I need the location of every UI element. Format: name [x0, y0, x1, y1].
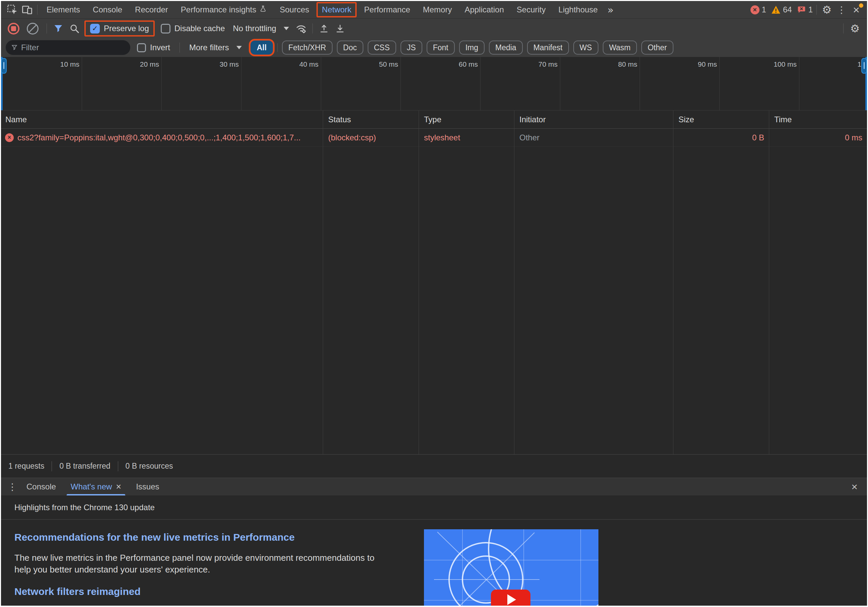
- filter-chip-css[interactable]: CSS: [368, 40, 396, 54]
- warning-count-badge[interactable]: 64: [770, 5, 793, 14]
- tab-label: Lighthouse: [559, 5, 598, 14]
- timeline-tick: 50 ms: [321, 57, 401, 110]
- export-har-icon[interactable]: [333, 21, 347, 36]
- youtube-play-icon[interactable]: [491, 590, 530, 605]
- timeline-left-handle[interactable]: [1, 58, 7, 74]
- tab-lighthouse[interactable]: Lighthouse: [552, 1, 604, 19]
- tab-application[interactable]: Application: [458, 1, 510, 19]
- more-filters-label: More filters: [189, 43, 229, 52]
- tab-label: Application: [465, 5, 504, 14]
- inspect-element-icon[interactable]: [5, 2, 20, 17]
- tab-label: Console: [93, 5, 122, 14]
- tab-security[interactable]: Security: [510, 1, 552, 19]
- drawer-kebab-menu-icon[interactable]: ⋮: [6, 481, 19, 492]
- request-name: css2?family=Poppins:ital,wght@0,300;0,40…: [17, 133, 301, 142]
- clear-network-log-button[interactable]: [27, 23, 39, 34]
- divider: [843, 23, 843, 34]
- filter-chip-fetch-xhr[interactable]: Fetch/XHR: [282, 40, 332, 54]
- filter-funnel-icon[interactable]: [51, 21, 66, 36]
- tab-network[interactable]: Network: [316, 2, 356, 17]
- request-name-cell: ×css2?family=Poppins:ital,wght@0,300;0,4…: [1, 133, 323, 142]
- tab-console[interactable]: Console: [87, 1, 129, 19]
- whats-new-header: Highlights from the Chrome 130 update: [14, 503, 155, 512]
- tab-memory[interactable]: Memory: [417, 1, 459, 19]
- filter-chip-wasm[interactable]: Wasm: [603, 40, 637, 54]
- drawer-tab-issues[interactable]: Issues: [129, 478, 166, 495]
- chevron-down-icon: [284, 27, 289, 30]
- drawer-tab-label: Console: [26, 482, 56, 491]
- close-tab-icon[interactable]: ×: [116, 482, 121, 492]
- tick-label: 90 ms: [698, 60, 717, 68]
- column-header-size[interactable]: Size: [673, 115, 769, 124]
- device-toolbar-icon[interactable]: [20, 2, 34, 17]
- kebab-menu-icon[interactable]: ⋮: [834, 2, 849, 17]
- filter-chip-font[interactable]: Font: [427, 40, 455, 54]
- filter-input[interactable]: [21, 43, 125, 52]
- close-drawer-icon[interactable]: ×: [851, 481, 862, 493]
- timeline-right-handle[interactable]: [861, 58, 867, 74]
- throttling-value: No throttling: [233, 24, 276, 33]
- network-toolbar: ✓ Preserve log Disable cache No throttli…: [1, 19, 867, 38]
- whats-new-section-body: The new live metrics in the Performance …: [14, 552, 391, 576]
- filter-chip-other[interactable]: Other: [641, 40, 673, 54]
- tab-label: Recorder: [135, 5, 168, 14]
- invert-checkbox[interactable]: [137, 43, 146, 52]
- tab-performance[interactable]: Performance: [358, 1, 416, 19]
- column-header-name[interactable]: Name: [1, 115, 323, 124]
- filter-chip-doc[interactable]: Doc: [337, 40, 363, 54]
- preserve-log-label: Preserve log: [104, 24, 149, 33]
- drawer-tab-console[interactable]: Console: [19, 478, 63, 495]
- network-conditions-icon[interactable]: [294, 21, 308, 36]
- invert-filter-toggle[interactable]: Invert: [133, 43, 174, 52]
- settings-gear-icon[interactable]: ⚙: [820, 2, 834, 17]
- network-settings-gear-icon[interactable]: ⚙: [848, 21, 862, 36]
- video-thumbnail[interactable]: new: [424, 529, 598, 605]
- preserve-log-checkbox[interactable]: ✓: [90, 24, 100, 34]
- error-count-badge[interactable]: × 1: [749, 5, 767, 14]
- tick-label: 70 ms: [538, 60, 558, 68]
- more-tabs-chevron-icon[interactable]: »: [604, 4, 617, 16]
- close-devtools-icon[interactable]: ×: [849, 2, 863, 17]
- column-header-time[interactable]: Time: [769, 115, 867, 124]
- drawer-tabbar: ⋮ ConsoleWhat's new×Issues ×: [1, 478, 867, 495]
- throttling-select[interactable]: No throttling: [229, 24, 292, 33]
- invert-label: Invert: [150, 43, 170, 52]
- filter-chip-media[interactable]: Media: [489, 40, 523, 54]
- divider: [46, 23, 47, 34]
- filter-chip-all[interactable]: All: [251, 40, 273, 54]
- table-row[interactable]: ×css2?family=Poppins:ital,wght@0,300;0,4…: [1, 129, 867, 147]
- record-network-log-button[interactable]: [8, 23, 19, 34]
- issues-count-badge[interactable]: 1: [796, 5, 814, 14]
- tab-label: Security: [517, 5, 546, 14]
- more-filters-select[interactable]: More filters: [186, 43, 245, 52]
- timeline-tick: 90 ms: [640, 57, 720, 110]
- tab-elements[interactable]: Elements: [40, 1, 87, 19]
- tab-recorder[interactable]: Recorder: [129, 1, 175, 19]
- tab-sources[interactable]: Sources: [273, 1, 315, 19]
- summary-item: 1 requests: [8, 462, 44, 470]
- column-separator: [769, 110, 769, 454]
- column-header-status[interactable]: Status: [323, 115, 418, 124]
- filter-chip-manifest[interactable]: Manifest: [527, 40, 569, 54]
- search-icon[interactable]: [67, 21, 82, 36]
- whats-new-section-title-2[interactable]: Network filters reimagined: [14, 586, 391, 597]
- whats-new-section-title[interactable]: Recommendations for the new live metrics…: [14, 532, 391, 543]
- import-har-icon[interactable]: [317, 21, 332, 36]
- tab-performance-insights[interactable]: Performance insights: [175, 1, 273, 19]
- filter-chip-ws[interactable]: WS: [573, 40, 598, 54]
- disable-cache-toggle[interactable]: Disable cache: [157, 24, 228, 34]
- issues-count: 1: [808, 5, 813, 14]
- preserve-log-toggle[interactable]: ✓ Preserve log: [84, 20, 155, 37]
- disable-cache-checkbox[interactable]: [161, 24, 170, 34]
- column-header-type[interactable]: Type: [418, 115, 514, 124]
- request-time-cell: 0 ms: [769, 133, 867, 142]
- drawer-tab-label: Issues: [136, 482, 159, 491]
- filter-chip-img[interactable]: Img: [459, 40, 485, 54]
- filter-chip-js[interactable]: JS: [400, 40, 422, 54]
- filter-pill[interactable]: [6, 40, 130, 55]
- column-header-initiator[interactable]: Initiator: [514, 115, 673, 124]
- table-rows: ×css2?family=Poppins:ital,wght@0,300;0,4…: [1, 129, 867, 147]
- request-type-chips: AllFetch/XHRDocCSSJSFontImgMediaManifest…: [251, 40, 673, 54]
- drawer-tab-what-s-new[interactable]: What's new×: [63, 478, 129, 495]
- column-separator: [418, 110, 419, 454]
